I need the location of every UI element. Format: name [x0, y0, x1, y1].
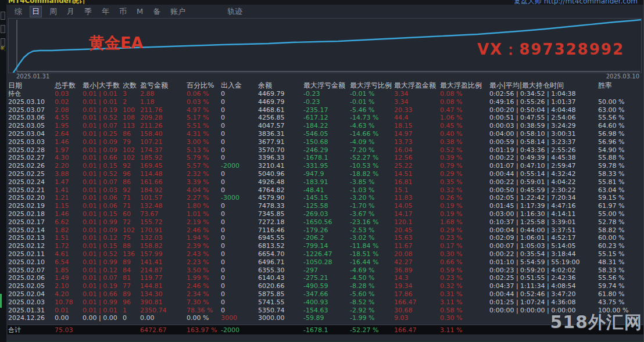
table-row[interactable]: 2025.02.061.490.01 | 0.0781119.771.99 %0… [8, 274, 643, 282]
table-row[interactable]: 2025.02.052.100.01 | 0.1977144.812.46 %0… [8, 282, 643, 290]
menu-item-5[interactable]: 年 [99, 6, 112, 17]
table-row[interactable]: 2025.03.031.460.01 | 0.0979107.213.00 %0… [8, 138, 643, 146]
table-row[interactable]: 2025.02.044.200.01 | 0.6689134.302.34 %0… [8, 290, 643, 298]
table-row[interactable]: 2025.02.274.300.01 | 0.66102185.925.79 %… [8, 154, 643, 162]
header-deposit-withdraw[interactable]: 出入金 [220, 81, 257, 90]
header-min-max-lots[interactable]: 最小|大手数 [82, 81, 122, 90]
cell-max-float-loss: -48.41 [303, 186, 349, 195]
table-row[interactable]: 2025.02.181.460.01 | 0.156073.671.01 %07… [8, 210, 643, 218]
cell-date: 2025.01.31 [8, 307, 54, 315]
cell-profit: 161.66 [139, 178, 186, 186]
cell-max-float-loss-pct: -1.99 % [349, 314, 393, 322]
cell-win-rate: 63.00 % [598, 106, 641, 114]
table-row[interactable]: 2025.02.121.720.01 | 0.1588158.822.39 %0… [8, 242, 643, 250]
cell-win-rate: 59.74 % [598, 282, 641, 290]
table-row[interactable]: 2025.03.051.950.01 | 0.07113211.265.51 %… [8, 122, 643, 130]
cell-min-max-lots: 0.01 | 0.66 [82, 154, 122, 162]
table-row[interactable]: 2025.02.114.610.01 | 0.52136157.992.43 %… [8, 250, 643, 258]
cell-balance: 4764.82 [257, 186, 303, 195]
cell-win-rate: 55.81 % [598, 178, 641, 186]
menu-item-4[interactable]: 季 [82, 6, 94, 17]
menu-item-6[interactable]: 币 [117, 6, 129, 17]
menu-item-10[interactable]: 轨迹 [225, 6, 245, 17]
menu-item-8[interactable]: 备 [151, 6, 163, 17]
header-total-lots[interactable]: 总手数 [54, 81, 82, 90]
cell-total-lots: 1.41 [54, 186, 82, 195]
cell-min-max-lots: 0.01 | 0.06 [82, 194, 122, 202]
equity-chart[interactable]: 黄金EA VX：897328992 [8, 18, 642, 73]
cell-deposit-withdraw: 0 [220, 130, 257, 138]
header-balance[interactable]: 余额 [257, 81, 303, 90]
table-row[interactable]: 2025.03.042.640.01 | 0.2586158.404.31 %0… [8, 130, 643, 138]
menu-item-0[interactable]: 综 [12, 6, 24, 17]
cell-profit: 184.92 [139, 186, 186, 195]
title-bar: MT4Commander统计 复盘大师 http://mt4commander.… [6, 0, 643, 5]
cell-balance [257, 325, 303, 335]
cell-profit: 158.82 [139, 242, 186, 250]
table-row[interactable]: 2025.02.191.150.01 | 0.0671132.481.80 %0… [8, 202, 643, 210]
table-row[interactable]: 2025.02.253.880.01 | 0.5296114.482.32 %0… [8, 170, 643, 178]
header-profit[interactable]: 盈亏金额 [139, 81, 186, 90]
cell-min-max-lots: 0.01 | 0.01 [82, 90, 122, 98]
cell-date: 2025.02.11 [8, 250, 54, 258]
header-trades[interactable]: 次数 [122, 81, 139, 90]
table-row[interactable]: 2024.12.260.000.00 | 0.0000.000.00 %3000… [8, 314, 643, 322]
ea-name-label: 黄金EA [89, 33, 143, 53]
menu-item-9[interactable]: 账户 [168, 6, 188, 17]
table-row[interactable]: 2025.03.100.020.01 | 0.0121.180.03 %0446… [8, 98, 643, 106]
header-date[interactable]: 日期 [8, 81, 54, 90]
cell-percent: 2.27 % [186, 194, 220, 202]
cell-max-float-loss-pct: -5.60 % [349, 290, 393, 298]
cell-total-lots: 2.08 [54, 106, 82, 114]
cell-max-float-loss: -0.23 [303, 90, 349, 98]
table-row[interactable]: 2025.02.211.410.01 | 0.0392184.924.04 %0… [8, 186, 643, 195]
cell-balance: 3836.31 [257, 130, 303, 138]
table-row[interactable]: 2025.02.071.850.01 | 0.1284214.873.50 %0… [8, 267, 643, 275]
table-row[interactable]: 2025.02.176.620.01 | 0.9972155.722.19 %0… [8, 218, 643, 226]
table-row[interactable]: 2025.03.064.550.01 | 0.52108209.285.17 %… [8, 114, 643, 122]
cell-trades: 113 [122, 122, 139, 130]
table-row[interactable]: 2025.03.072.080.01 | 0.19100211.764.97 %… [8, 106, 643, 114]
cell-total-lots: 4.55 [54, 114, 82, 122]
header-max-float-loss-pct[interactable]: 最大浮亏比例 [349, 81, 393, 90]
table-row[interactable]: 2025.02.262.200.01 | 0.1592169.455.57 %-… [8, 162, 643, 170]
table-row[interactable]: 2025.02.281.970.01 | 0.09102174.375.13 %… [8, 146, 643, 154]
header-max-float-profit[interactable]: 最大浮盈金额 [393, 81, 439, 90]
cell-trades: 136 [122, 250, 139, 258]
menu-item-7[interactable]: M [134, 6, 145, 16]
cell-trades: 75 [122, 234, 139, 242]
table-row[interactable]: 2025.02.201.210.01 | 0.0671101.572.27 %-… [8, 194, 643, 202]
table-row-total[interactable]: 合计75.036472.67163.97 %-2000-1678.1-52.27… [8, 325, 643, 334]
cell-max-float-profit-pct: 0.08 % [439, 98, 489, 106]
menu-item-1[interactable]: 日 [30, 6, 42, 17]
cell-date: 2025.02.17 [8, 218, 54, 226]
header-max-float-loss[interactable]: 最大浮亏金额 [303, 81, 349, 90]
header-percent[interactable]: 百分比% [186, 81, 220, 90]
menu-item-3[interactable]: 月 [65, 6, 77, 17]
cell-trades: 108 [122, 114, 139, 122]
cell-max-float-loss-pct: -2.53 % [349, 226, 393, 235]
table-row[interactable]: 2025.02.131.510.01 | 0.1275132.031.94 %0… [8, 234, 643, 242]
cell-hold-time: 0:00:44 | 0:52:46 | 3:47:20 [489, 290, 598, 298]
table-row[interactable]: 2025.02.241.470.01 | 0.0786161.663.39 %0… [8, 178, 643, 186]
cell-profit: 185.92 [139, 154, 186, 162]
table-row[interactable]: 持仓0.030.01 | 0.0132.880.06 %04469.79-0.2… [8, 90, 643, 98]
table-row[interactable]: 2025.02.0310.780.01 | 0.9996390.817.30 %… [8, 298, 643, 307]
cell-max-float-profit-pct: 0.47 % [439, 106, 489, 114]
header-hold-time[interactable]: 最小|平均|最大持仓时间 [489, 81, 598, 90]
header-max-float-profit-pct[interactable]: 最大浮盈比例 [439, 81, 489, 90]
cell-hold-time: 0:00:03 | 0:38:59 | 3:24:29 [489, 122, 598, 130]
cell-max-float-profit-pct: 0.38 % [439, 138, 489, 146]
cell-percent: 2.32 % [186, 170, 220, 178]
cell-min-max-lots: 0.01 | 0.52 [82, 250, 122, 258]
table-row[interactable]: 2025.02.106.540.01 | 0.9989141.412.23 %0… [8, 258, 643, 267]
cell-max-float-profit-pct: 0.29 % [439, 170, 489, 178]
cell-max-float-loss-pct: -0.01 % [349, 98, 393, 106]
table-row[interactable]: 2025.01.310.010.01 | 0.0112350.7478.36 %… [8, 307, 643, 315]
menu-item-2[interactable]: 周 [47, 6, 59, 17]
site-link[interactable]: 复盘大师 http://mt4commander.com [514, 0, 638, 5]
cell-max-float-profit: 9.03 [393, 314, 439, 322]
cell-balance: 6945.55 [257, 234, 303, 242]
table-row[interactable]: 2025.02.141.820.01 | 0.09102170.912.46 %… [8, 226, 643, 235]
header-win-rate[interactable]: 胜率 [598, 81, 641, 90]
